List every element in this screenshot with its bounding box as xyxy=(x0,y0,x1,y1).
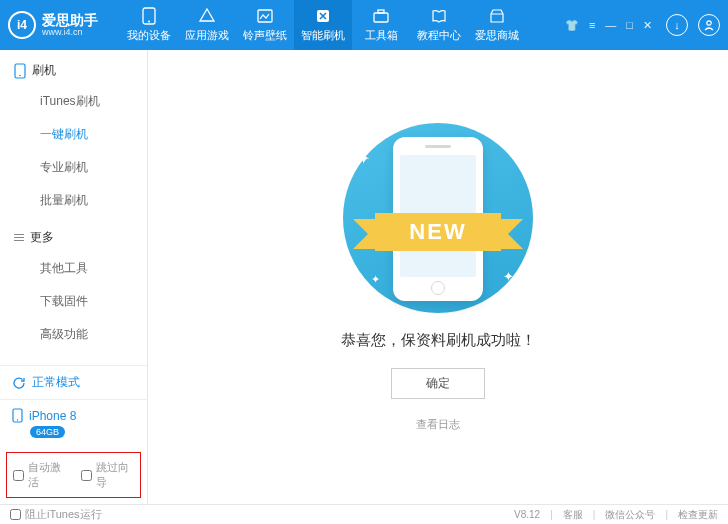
device-icon xyxy=(140,7,158,25)
tab-label: 工具箱 xyxy=(365,28,398,43)
device-name-label: iPhone 8 xyxy=(29,409,76,423)
tab-ringtones[interactable]: 铃声壁纸 xyxy=(236,0,294,50)
tab-tutorials[interactable]: 教程中心 xyxy=(410,0,468,50)
sidebar-item-pro-flash[interactable]: 专业刷机 xyxy=(0,151,147,184)
svg-point-8 xyxy=(19,74,21,76)
user-icon[interactable] xyxy=(698,14,720,36)
footer: 阻止iTunes运行 V8.12 | 客服 | 微信公众号 | 检查更新 xyxy=(0,504,728,524)
refresh-icon xyxy=(12,376,26,390)
support-link[interactable]: 客服 xyxy=(563,508,583,522)
toolbox-icon xyxy=(372,7,390,25)
phone-icon xyxy=(14,63,26,79)
wallpaper-icon xyxy=(256,7,274,25)
sidebar-item-advanced[interactable]: 高级功能 xyxy=(0,318,147,351)
store-icon xyxy=(488,7,506,25)
sidebar-item-oneclick-flash[interactable]: 一键刷机 xyxy=(0,118,147,151)
success-illustration: ✦ ✦ ✦ ✦ NEW xyxy=(323,123,553,313)
apps-icon xyxy=(198,7,216,25)
close-icon[interactable]: ✕ xyxy=(643,19,652,32)
main-content: ✦ ✦ ✦ ✦ NEW 恭喜您，保资料刷机成功啦！ 确定 查看日志 xyxy=(148,50,728,504)
sidebar-item-download-firmware[interactable]: 下载固件 xyxy=(0,285,147,318)
svg-rect-5 xyxy=(378,10,384,13)
tab-toolbox[interactable]: 工具箱 xyxy=(352,0,410,50)
app-site: www.i4.cn xyxy=(42,27,98,37)
sidebar-section-more: 更多 xyxy=(0,217,147,252)
more-icon xyxy=(14,232,24,243)
storage-badge: 64GB xyxy=(30,426,65,438)
tab-label: 爱思商城 xyxy=(475,28,519,43)
tab-my-device[interactable]: 我的设备 xyxy=(120,0,178,50)
sidebar-item-other-tools[interactable]: 其他工具 xyxy=(0,252,147,285)
tab-flash[interactable]: 智能刷机 xyxy=(294,0,352,50)
maximize-icon[interactable]: □ xyxy=(626,19,633,31)
options-highlighted: 自动激活 跳过向导 xyxy=(6,452,141,498)
svg-point-10 xyxy=(17,419,18,420)
minimize-icon[interactable]: — xyxy=(605,19,616,31)
success-message: 恭喜您，保资料刷机成功啦！ xyxy=(341,331,536,350)
tab-label: 我的设备 xyxy=(127,28,171,43)
app-logo: i4 爱思助手 www.i4.cn xyxy=(8,11,98,39)
download-icon[interactable]: ↓ xyxy=(666,14,688,36)
flash-icon xyxy=(314,7,332,25)
tab-label: 铃声壁纸 xyxy=(243,28,287,43)
tab-store[interactable]: 爱思商城 xyxy=(468,0,526,50)
skin-icon[interactable]: 👕 xyxy=(565,19,579,32)
user-actions: ↓ xyxy=(666,14,720,36)
svg-point-1 xyxy=(148,21,150,23)
skip-guide-checkbox[interactable]: 跳过向导 xyxy=(81,460,135,490)
svg-rect-4 xyxy=(374,13,388,22)
app-name: 爱思助手 xyxy=(42,13,98,27)
logo-badge: i4 xyxy=(8,11,36,39)
ok-button[interactable]: 确定 xyxy=(391,368,485,399)
tab-label: 智能刷机 xyxy=(301,28,345,43)
tab-label: 应用游戏 xyxy=(185,28,229,43)
version-label: V8.12 xyxy=(514,509,540,520)
device-icon xyxy=(12,408,23,423)
window-controls: 👕 ≡ — □ ✕ xyxy=(565,19,652,32)
sidebar-item-itunes-flash[interactable]: iTunes刷机 xyxy=(0,85,147,118)
tab-apps[interactable]: 应用游戏 xyxy=(178,0,236,50)
block-itunes-checkbox[interactable]: 阻止iTunes运行 xyxy=(10,507,102,522)
sidebar-item-batch-flash[interactable]: 批量刷机 xyxy=(0,184,147,217)
title-bar: i4 爱思助手 www.i4.cn 我的设备 应用游戏 铃声壁纸 智能刷机 工具… xyxy=(0,0,728,50)
sidebar: 刷机 iTunes刷机 一键刷机 专业刷机 批量刷机 更多 其他工具 下载固件 … xyxy=(0,50,148,504)
wechat-link[interactable]: 微信公众号 xyxy=(605,508,655,522)
sidebar-section-flash: 刷机 xyxy=(0,50,147,85)
book-icon xyxy=(430,7,448,25)
tab-label: 教程中心 xyxy=(417,28,461,43)
menu-icon[interactable]: ≡ xyxy=(589,19,595,31)
svg-point-6 xyxy=(707,21,711,25)
svg-rect-2 xyxy=(258,10,272,22)
view-log-link[interactable]: 查看日志 xyxy=(416,417,460,432)
auto-activate-checkbox[interactable]: 自动激活 xyxy=(13,460,67,490)
check-update-link[interactable]: 检查更新 xyxy=(678,508,718,522)
device-info[interactable]: iPhone 8 64GB xyxy=(0,399,147,446)
main-tabs: 我的设备 应用游戏 铃声壁纸 智能刷机 工具箱 教程中心 爱思商城 xyxy=(120,0,526,50)
new-ribbon: NEW xyxy=(323,209,553,255)
mode-status[interactable]: 正常模式 xyxy=(0,365,147,399)
